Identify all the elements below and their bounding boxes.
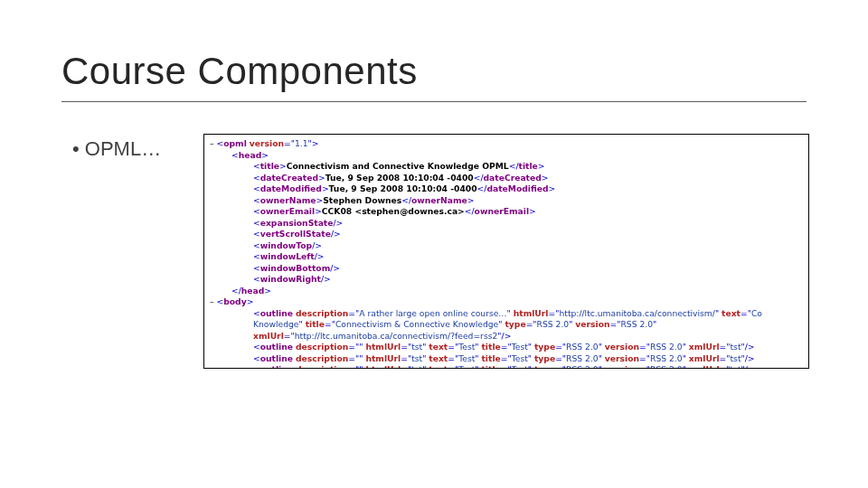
owner-name: Stephen Downes: [323, 195, 401, 205]
opml-code: – <opml version="1.1"> <head> <title>Con…: [210, 138, 803, 369]
outline1-htmlurl: http://ltc.umanitoba.ca/connectivism/: [559, 308, 714, 318]
slide-title: Course Components: [61, 50, 418, 93]
outline1-title: Connectivism & Connective Knowledge: [335, 319, 498, 329]
owner-email-prefix: CCK08 <: [322, 206, 362, 216]
opml-version: 1.1: [295, 138, 308, 148]
bullet-opml: OPML…: [72, 137, 161, 161]
outline1-version: RSS 2.0: [620, 319, 653, 329]
head-title: Connectivism and Connective Knowledge OP…: [287, 161, 509, 171]
opml-code-box: – <opml version="1.1"> <head> <title>Con…: [203, 134, 809, 369]
outline-row: <outline description="" htmlUrl="tst" te…: [210, 364, 803, 369]
outline1-desc: A rather large open online course…: [359, 308, 506, 318]
outline-row: <outline description="" htmlUrl="tst" te…: [210, 353, 803, 365]
date-modified: Tue, 9 Sep 2008 10:10:04 -0400: [329, 183, 477, 193]
slide: Course Components OPML… – <opml version=…: [0, 0, 868, 488]
outline1-type: RSS 2.0: [537, 319, 570, 329]
title-underline: [61, 101, 807, 102]
owner-email-suffix: >: [458, 206, 465, 216]
outline1-xmlurl: http://ltc.umanitoba.ca/connectivism/?fe…: [295, 331, 498, 341]
outline-row: <outline description="" htmlUrl="tst" te…: [210, 342, 803, 353]
date-created: Tue, 9 Sep 2008 10:10:04 -0400: [326, 173, 474, 183]
owner-email: stephen@downes.ca: [362, 206, 458, 216]
